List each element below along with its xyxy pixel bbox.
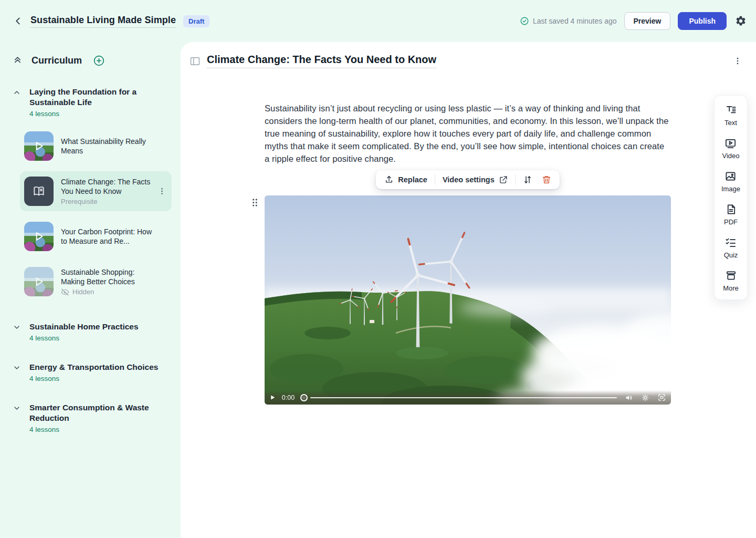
seek-knob[interactable] bbox=[300, 394, 308, 401]
settings-gear-icon[interactable] bbox=[735, 15, 747, 27]
curriculum-header: Curriculum bbox=[13, 55, 181, 67]
video-block: 0:00 bbox=[265, 195, 671, 405]
lesson-subtitle: Hidden bbox=[61, 288, 154, 296]
video-settings-button[interactable]: Video settings bbox=[440, 174, 510, 185]
curriculum-section: Smarter Consumption & Waste Reduction 4 … bbox=[13, 402, 181, 433]
open-book-icon bbox=[32, 184, 46, 198]
section-lesson-count: 4 lessons bbox=[29, 426, 170, 433]
replace-button[interactable]: Replace bbox=[382, 174, 429, 185]
text-block-icon bbox=[725, 104, 737, 116]
palette-item-text[interactable]: Text bbox=[724, 104, 737, 127]
palette-item-pdf[interactable]: PDF bbox=[724, 203, 738, 226]
video-thumbnail bbox=[24, 267, 54, 296]
video-settings-gear-icon[interactable] bbox=[641, 394, 649, 402]
palette-label: Video bbox=[722, 152, 739, 160]
last-saved-status: Last saved 4 minutes ago bbox=[520, 16, 617, 26]
lesson-kebab-menu[interactable] bbox=[733, 56, 742, 66]
lesson-list: What Sustainability Really Means Climate… bbox=[13, 126, 181, 302]
lesson-content: Sustainability isn’t just about recyclin… bbox=[265, 102, 671, 405]
curriculum-sidebar: Curriculum Laying the Foundation for a S… bbox=[0, 42, 181, 538]
eye-off-icon bbox=[61, 288, 69, 296]
volume-icon[interactable] bbox=[625, 394, 633, 402]
toolbar-divider bbox=[515, 174, 516, 185]
chevron-up-icon bbox=[13, 88, 21, 118]
move-block-button[interactable] bbox=[521, 174, 534, 185]
delete-block-button[interactable] bbox=[540, 174, 553, 185]
video-control-icons bbox=[625, 393, 666, 402]
lesson-title: Sustainable Shopping: Making Better Choi… bbox=[61, 267, 154, 286]
block-palette: Text Video Image PDF Quiz More bbox=[714, 95, 748, 300]
lesson-row-hidden[interactable]: Sustainable Shopping: Making Better Choi… bbox=[20, 262, 172, 302]
toggle-sidebar-icon[interactable] bbox=[190, 57, 200, 66]
play-icon bbox=[24, 222, 54, 251]
palette-item-image[interactable]: Image bbox=[721, 170, 740, 193]
lesson-intro-paragraph[interactable]: Sustainability isn’t just about recyclin… bbox=[265, 102, 671, 165]
image-block-icon bbox=[724, 170, 737, 182]
palette-item-quiz[interactable]: Quiz bbox=[724, 236, 738, 259]
more-blocks-icon bbox=[725, 270, 737, 282]
section-header[interactable]: Laying the Foundation for a Sustainable … bbox=[13, 87, 181, 118]
lesson-page-title[interactable]: Climate Change: The Facts You Need to Kn… bbox=[207, 54, 436, 68]
section-lesson-count: 4 lessons bbox=[29, 334, 139, 342]
lesson-title: Your Carbon Footprint: How to Measure an… bbox=[61, 227, 154, 246]
collapse-all-icon[interactable] bbox=[13, 56, 23, 66]
palette-label: PDF bbox=[724, 218, 738, 226]
video-controls: 0:00 bbox=[265, 390, 671, 405]
curriculum-section: Sustainable Home Practices 4 lessons bbox=[13, 322, 181, 342]
palette-label: More bbox=[723, 284, 739, 292]
palette-label: Image bbox=[721, 185, 740, 193]
video-player[interactable]: 0:00 bbox=[265, 195, 671, 405]
lesson-editor-panel: Climate Change: The Facts You Need to Kn… bbox=[181, 42, 756, 538]
wind-farm-video-frame bbox=[265, 195, 671, 405]
lesson-title: What Sustainability Really Means bbox=[61, 137, 154, 156]
external-link-icon bbox=[499, 175, 508, 184]
drag-handle-icon[interactable] bbox=[251, 198, 258, 208]
upload-icon bbox=[384, 175, 394, 184]
palette-label: Quiz bbox=[724, 251, 738, 259]
section-header[interactable]: Sustainable Home Practices 4 lessons bbox=[13, 322, 181, 342]
toolbar-divider bbox=[435, 174, 435, 185]
play-icon bbox=[24, 267, 54, 296]
lesson-row[interactable]: Your Carbon Footprint: How to Measure an… bbox=[20, 216, 172, 256]
add-section-button[interactable] bbox=[93, 55, 105, 67]
video-thumbnail bbox=[24, 222, 54, 251]
palette-label: Text bbox=[724, 119, 737, 127]
section-title: Sustainable Home Practices bbox=[29, 322, 139, 332]
curriculum-section: Energy & Transportation Choices 4 lesson… bbox=[13, 362, 181, 382]
lesson-subtitle: Prerequisite bbox=[61, 198, 154, 205]
section-title: Laying the Foundation for a Sustainable … bbox=[29, 87, 170, 108]
lesson-row[interactable]: What Sustainability Really Means bbox=[20, 126, 172, 166]
section-lesson-count: 4 lessons bbox=[29, 375, 158, 382]
top-bar-actions: Last saved 4 minutes ago Preview Publish bbox=[520, 12, 747, 30]
video-thumbnail bbox=[24, 131, 54, 161]
chevron-left-icon bbox=[12, 15, 24, 27]
course-title[interactable]: Sustainable Living Made Simple bbox=[30, 15, 176, 28]
play-button[interactable] bbox=[269, 394, 276, 401]
section-lesson-count: 4 lessons bbox=[29, 110, 170, 118]
publish-button[interactable]: Publish bbox=[678, 12, 727, 30]
last-saved-text: Last saved 4 minutes ago bbox=[533, 17, 617, 25]
palette-item-more[interactable]: More bbox=[723, 270, 739, 292]
section-header[interactable]: Smarter Consumption & Waste Reduction 4 … bbox=[13, 402, 181, 433]
curriculum-section: Laying the Foundation for a Sustainable … bbox=[13, 87, 181, 302]
chevron-down-icon bbox=[13, 364, 21, 382]
reading-thumbnail bbox=[24, 177, 54, 206]
sort-arrows-icon bbox=[523, 175, 532, 184]
back-button[interactable] bbox=[10, 14, 25, 28]
section-title: Energy & Transportation Choices bbox=[29, 362, 158, 373]
palette-item-video[interactable]: Video bbox=[722, 137, 739, 160]
fullscreen-icon[interactable] bbox=[657, 393, 666, 402]
seek-track[interactable] bbox=[310, 397, 617, 398]
lesson-title: Climate Change: The Facts You Need to Kn… bbox=[61, 177, 154, 196]
play-icon bbox=[24, 131, 54, 161]
video-timestamp: 0:00 bbox=[281, 394, 296, 401]
section-title: Smarter Consumption & Waste Reduction bbox=[29, 402, 170, 423]
preview-button[interactable]: Preview bbox=[624, 12, 671, 30]
hidden-label: Hidden bbox=[72, 288, 94, 296]
section-header[interactable]: Energy & Transportation Choices 4 lesson… bbox=[13, 362, 181, 382]
lesson-kebab-menu[interactable] bbox=[158, 187, 166, 196]
video-block-toolbar: Replace Video settings bbox=[376, 170, 559, 189]
chevron-down-icon bbox=[13, 323, 21, 342]
status-badge: Draft bbox=[183, 15, 209, 27]
lesson-row-selected[interactable]: Climate Change: The Facts You Need to Kn… bbox=[20, 171, 172, 211]
